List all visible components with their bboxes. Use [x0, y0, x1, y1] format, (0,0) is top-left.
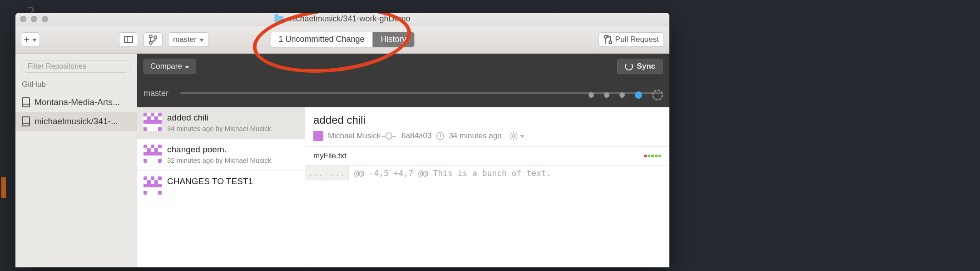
- commit-title: added chili: [167, 113, 298, 123]
- window-titlebar: michaelmusick/341-work-ghDemo: [15, 13, 669, 25]
- avatar: [144, 113, 162, 131]
- clock-icon: [436, 132, 444, 140]
- chevron-down-icon: [199, 35, 204, 44]
- commit-sha-icon: [385, 132, 392, 140]
- diff-view: ... ... @@ -4,5 +4,7 @@ This is a bunch …: [305, 166, 669, 181]
- svg-point-3: [604, 35, 607, 38]
- commit-list-item[interactable]: changed poem. 32 minutes ago by Michael …: [137, 139, 305, 171]
- compare-button[interactable]: Compare: [144, 59, 196, 74]
- commit-title: CHANGES TO TEST1: [167, 176, 298, 186]
- svg-line-12: [515, 133, 517, 134]
- repositories-sidebar: Filter Repositories GitHub Montana-Media…: [15, 54, 137, 267]
- sidebar-icon: [124, 36, 133, 43]
- commit-meta: 32 minutes ago by Michael Musick: [167, 156, 298, 164]
- commit-list: added chili 34 minutes ago by Michael Mu…: [137, 107, 305, 267]
- gear-icon: [509, 131, 518, 141]
- compare-label: Compare: [150, 62, 182, 71]
- repo-name: michaelmusick/341-...: [35, 116, 118, 126]
- filter-repositories-input[interactable]: Filter Repositories: [21, 60, 131, 73]
- toolbar: master 1 Uncommitted Change History Pull…: [15, 25, 669, 54]
- changed-file-row[interactable]: myFile.txt: [305, 147, 669, 166]
- view-segmented-control: 1 Uncommitted Change History: [270, 32, 415, 47]
- repo-path: michaelmusick/341-work-ghDemo: [287, 14, 410, 24]
- add-repo-button[interactable]: [21, 32, 40, 47]
- toggle-sidebar-button[interactable]: [119, 32, 138, 47]
- minimize-window-button[interactable]: [31, 16, 37, 22]
- branch-selector-label: master: [173, 35, 197, 44]
- avatar: [313, 131, 323, 141]
- branch-icon: [148, 35, 158, 45]
- repo-name: Montana-Media-Arts...: [35, 97, 120, 107]
- sync-button[interactable]: Sync: [617, 59, 663, 74]
- chevron-down-icon: [185, 62, 189, 71]
- svg-line-13: [510, 138, 512, 139]
- line-number-col-new: ...: [327, 166, 349, 181]
- commit-timeline-track[interactable]: [180, 92, 663, 94]
- main-panel: Compare Sync master: [137, 54, 669, 267]
- filter-placeholder: Filter Repositories: [28, 62, 86, 70]
- timeline-commit-dot[interactable]: [604, 92, 609, 98]
- diff-stat-badge: [644, 155, 661, 157]
- compare-sync-bar: Compare Sync: [137, 54, 669, 79]
- branch-selector[interactable]: master: [168, 32, 209, 47]
- repo-icon: [22, 97, 30, 107]
- pull-request-icon: [604, 35, 613, 45]
- chevron-down-icon: [520, 131, 525, 141]
- avatar: [144, 145, 162, 163]
- svg-point-4: [609, 41, 612, 44]
- file-name: myFile.txt: [313, 151, 346, 161]
- avatar: [144, 176, 162, 195]
- chevron-down-icon: [32, 35, 37, 44]
- github-desktop-window: michaelmusick/341-work-ghDemo: [15, 13, 669, 267]
- svg-point-0: [149, 35, 152, 38]
- commit-title: changed poem.: [167, 145, 298, 155]
- diff-hunk-header: @@ -4,5 +4,7 @@ This is a bunch of text.: [349, 166, 556, 181]
- tab-history[interactable]: History: [373, 32, 415, 47]
- svg-point-2: [154, 36, 157, 39]
- timeline-branch-label: master: [144, 89, 168, 98]
- pull-request-label: Pull Request: [615, 35, 659, 44]
- folder-icon: [274, 16, 283, 22]
- timeline-commit-dot[interactable]: [589, 92, 594, 98]
- sync-label: Sync: [637, 62, 655, 71]
- commit-actions-menu[interactable]: [509, 131, 525, 141]
- line-number-col-old: ...: [305, 166, 327, 181]
- commit-list-item[interactable]: CHANGES TO TEST1: [137, 171, 305, 201]
- timeline-commit-dot-current[interactable]: [635, 91, 642, 99]
- svg-line-10: [510, 133, 512, 134]
- repo-icon: [22, 116, 30, 126]
- plus-icon: [24, 34, 30, 45]
- commit-detail: added chili Michael Musick 6a84a03 34 mi…: [305, 107, 669, 267]
- sync-icon: [625, 62, 633, 70]
- window-title: michaelmusick/341-work-ghDemo: [274, 14, 410, 24]
- svg-line-11: [515, 138, 517, 139]
- window-controls: [20, 16, 48, 22]
- commit-time: 34 minutes ago: [449, 131, 501, 141]
- commit-sha: 6a84a03: [401, 131, 431, 141]
- repo-list-item[interactable]: Montana-Media-Arts...: [15, 93, 137, 112]
- repo-list-item[interactable]: michaelmusick/341-...: [15, 112, 137, 131]
- branch-timeline: master: [137, 79, 669, 107]
- zoom-window-button[interactable]: [42, 16, 48, 22]
- commit-detail-title: added chili: [313, 114, 661, 126]
- pull-request-button[interactable]: Pull Request: [599, 32, 664, 47]
- editor-marker: [1, 177, 6, 198]
- svg-point-5: [512, 135, 515, 137]
- svg-point-1: [149, 41, 152, 44]
- sidebar-section-label: GitHub: [15, 80, 137, 93]
- timeline-commit-dot[interactable]: [619, 92, 625, 98]
- commit-meta: 34 minutes ago by Michael Musick: [167, 125, 298, 132]
- commit-author: Michael Musick: [328, 131, 381, 141]
- tab-uncommitted-changes[interactable]: 1 Uncommitted Change: [270, 32, 372, 47]
- create-branch-button[interactable]: [144, 32, 163, 47]
- timeline-uncommitted-ring[interactable]: [652, 90, 663, 100]
- commit-list-item[interactable]: added chili 34 minutes ago by Michael Mu…: [137, 107, 305, 139]
- close-window-button[interactable]: [20, 16, 26, 22]
